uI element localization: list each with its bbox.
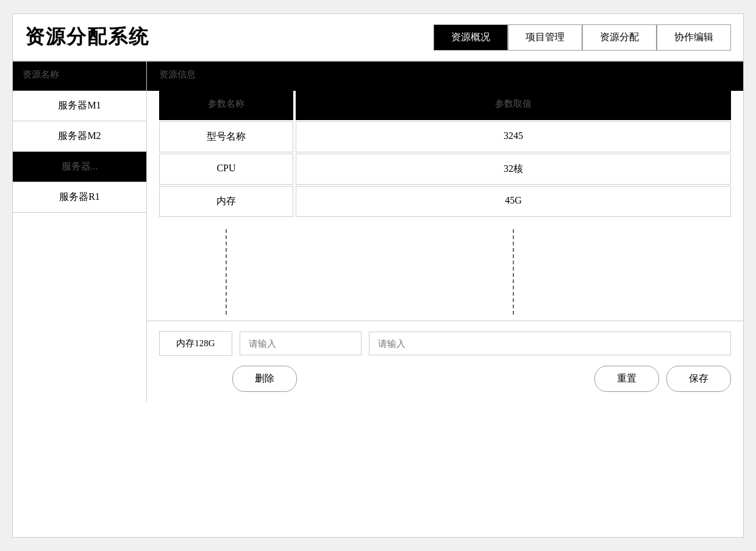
- tab-collaborative-editing[interactable]: 协作编辑: [657, 24, 731, 51]
- bottom-input-right[interactable]: [369, 332, 731, 355]
- row-cpu: CPU 32核: [159, 154, 731, 185]
- tab-project-management[interactable]: 项目管理: [508, 24, 582, 51]
- dotted-line-right: [513, 229, 514, 315]
- detail-section: 参数名称 参数取值 型号名称 3245 CPU 32核 内存 45G: [147, 91, 743, 217]
- sidebar-item-r1[interactable]: 服务器R1: [13, 182, 146, 213]
- sidebar: 资源名称 服务器M1 服务器M2 服务器... 服务器R1: [13, 62, 147, 402]
- app-container: 资源分配系统 资源概况 项目管理 资源分配 协作编辑 资源名称 服务器M1 服务…: [12, 13, 744, 538]
- main-header: 资源信息: [147, 62, 743, 91]
- btn-group-right: 重置 保存: [594, 366, 731, 392]
- bottom-input-left[interactable]: [240, 332, 362, 355]
- sidebar-item-active[interactable]: 服务器...: [13, 152, 146, 182]
- col-header-values: 参数取值: [296, 91, 731, 120]
- row-memory: 内存 45G: [159, 186, 731, 217]
- nav-tabs: 资源概况 项目管理 资源分配 协作编辑: [433, 24, 731, 51]
- dotted-left: [159, 223, 293, 315]
- main-wrapper: 资源信息 参数名称 参数取值 型号名称 3245 CPU 32核 内存: [147, 62, 743, 402]
- reset-button[interactable]: 重置: [594, 366, 659, 392]
- bottom-label: 内存128G: [159, 331, 232, 356]
- label-cpu: CPU: [159, 154, 293, 185]
- dotted-line-left: [226, 229, 227, 315]
- col-headers: 参数名称 参数取值: [159, 91, 731, 120]
- bottom-input-row: 内存128G: [159, 331, 731, 356]
- value-memory: 45G: [296, 186, 731, 217]
- btn-group-left: 删除: [232, 366, 297, 392]
- value-model: 3245: [296, 121, 731, 152]
- row-model: 型号名称 3245: [159, 121, 731, 152]
- button-row: 删除 重置 保存: [159, 366, 731, 392]
- col-header-params: 参数名称: [159, 91, 293, 120]
- tab-resource-allocation[interactable]: 资源分配: [582, 24, 657, 51]
- tab-resource-overview[interactable]: 资源概况: [433, 24, 508, 51]
- label-model: 型号名称: [159, 121, 293, 152]
- delete-button[interactable]: 删除: [232, 366, 297, 392]
- dotted-section: [147, 217, 743, 321]
- sidebar-header: 资源名称: [13, 62, 146, 91]
- value-cpu: 32核: [296, 154, 731, 185]
- app-title: 资源分配系统: [25, 24, 433, 51]
- bottom-section: 内存128G 删除 重置 保存: [147, 321, 743, 402]
- label-memory: 内存: [159, 186, 293, 217]
- header: 资源分配系统 资源概况 项目管理 资源分配 协作编辑: [13, 14, 743, 61]
- sidebar-item-m1[interactable]: 服务器M1: [13, 91, 146, 121]
- body-content: 资源名称 服务器M1 服务器M2 服务器... 服务器R1 资源信息 参数名称 …: [13, 61, 743, 402]
- dotted-right: [296, 223, 731, 315]
- sidebar-item-m2[interactable]: 服务器M2: [13, 121, 146, 152]
- save-button[interactable]: 保存: [666, 366, 731, 392]
